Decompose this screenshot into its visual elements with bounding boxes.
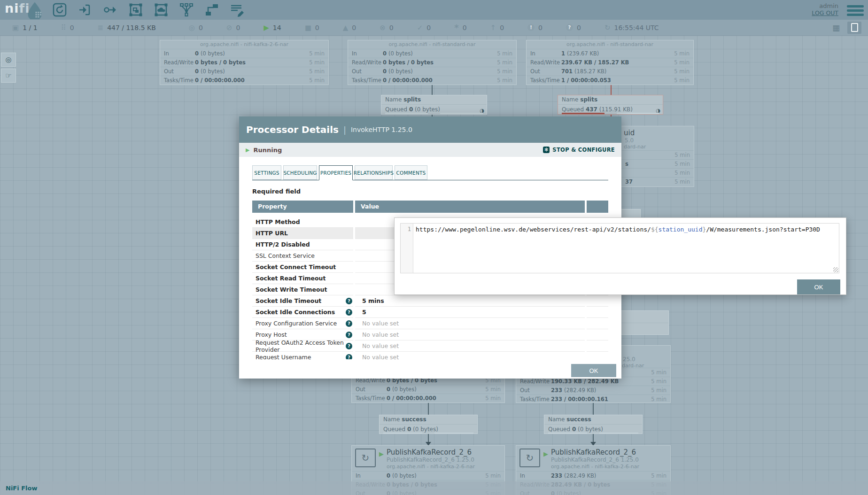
dialog-ok-button[interactable]: OK — [571, 364, 616, 377]
dialog-subtitle: InvokeHTTP 1.25.0 — [351, 126, 412, 133]
help-icon: ? — [346, 298, 352, 304]
status-port: ⠿0 — [61, 23, 74, 32]
connection-line — [593, 403, 594, 415]
nifi-logo: nifi — [5, 1, 30, 15]
status-disabled: ⊗0 — [380, 23, 394, 32]
queued-icon: ≣ — [98, 23, 104, 32]
processor-mid-left[interactable]: Read/Write0 bytes / 0 bytes5 min Out0(0 … — [351, 375, 505, 403]
exclamation-icon: ! — [527, 24, 535, 31]
transmitting-icon: ◎ — [189, 23, 195, 32]
process-group-tool-icon[interactable] — [128, 2, 144, 18]
connection-line — [428, 403, 429, 415]
stat-row: Read/Write239.67 KB / 185.27 KB5 min — [527, 58, 693, 67]
stat-row: Tasks/Time1 / 00:00:00.0535 min — [527, 76, 693, 85]
output-port-tool-icon[interactable] — [102, 2, 118, 18]
refresh-status[interactable]: ↻16:55:44 UTC — [604, 23, 659, 32]
processor-tool-icon[interactable] — [52, 2, 68, 18]
required-field-note: Required field — [252, 188, 608, 195]
stopped-icon: ■ — [305, 23, 311, 32]
remote-process-group-tool-icon[interactable] — [153, 2, 169, 18]
connection-line — [428, 434, 429, 442]
connection-label-success-right[interactable]: Name success Queued 0 (0 bytes) — [544, 415, 643, 434]
port-grid-icon: ⠿ — [61, 23, 66, 32]
processor-standard-top-right[interactable]: org.apache.nifi - nifi-standard-nar In1(… — [526, 40, 694, 85]
running-status-icon: ▶ — [246, 147, 249, 153]
template-tool-icon[interactable] — [204, 2, 220, 18]
help-icon: ? — [346, 343, 352, 349]
running-icon: ▶ — [379, 450, 384, 457]
stale-icon: ↑ — [490, 23, 496, 32]
bulletin-board-icon[interactable] — [847, 22, 861, 34]
property-row[interactable]: Request Username?No value set — [252, 352, 608, 359]
nifi-app: org.apache.nifi - nifi-kafka-2-6-nar In0… — [0, 0, 868, 495]
help-icon: ? — [346, 332, 352, 338]
not-transmitting-icon: ⊘ — [226, 23, 232, 32]
property-row[interactable]: Proxy Configuration Service?No value set — [252, 318, 608, 329]
status-cluster: ▣1 / 1 — [12, 23, 38, 32]
connection-label-success-left[interactable]: Name success Queued 0 (0 bytes) — [379, 415, 478, 434]
dialog-title: Processor Details — [246, 124, 339, 135]
cluster-icon: ▣ — [12, 23, 19, 32]
help-icon: ? — [346, 320, 352, 327]
global-menu-icon[interactable] — [847, 5, 864, 18]
processor-standard-top[interactable]: org.apache.nifi - nifi-standard-nar In0(… — [348, 40, 517, 85]
birdseye-icon: ◎ — [5, 55, 11, 64]
connection-label-splits-left[interactable]: Name splits Queued 0 (0 bytes) ◑ — [381, 95, 487, 115]
question-icon: ? — [566, 24, 573, 31]
app-header: nifi admin LOG OUT — [0, 0, 868, 20]
connection-label-splits-right[interactable]: Name splits Queued 437 (115.91 KB) ◑ — [558, 95, 663, 115]
dialog-header: Processor Details | InvokeHTTP 1.25.0 — [239, 116, 621, 143]
grid-view-icon[interactable]: ▦ — [832, 23, 840, 32]
percent-icon: ◑ — [480, 106, 484, 116]
status-stale: ↑0 — [490, 23, 504, 32]
editor-ok-button[interactable]: OK — [797, 279, 840, 294]
tab-properties[interactable]: PROPERTIES — [319, 165, 353, 180]
operate-palette-button[interactable]: ☞ — [1, 69, 16, 83]
stat-row: In1(239.67 KB)5 min — [527, 49, 693, 58]
status-transmitting: ◎0 — [189, 23, 203, 32]
status-locally-modified-stale: !0 — [527, 24, 542, 31]
property-value-editor: 1 https://www.pegelonline.wsv.de/webserv… — [394, 217, 846, 295]
property-row[interactable]: Request OAuth2 Access Token Provider?No … — [252, 340, 608, 352]
invalid-icon: ▲ — [343, 23, 349, 32]
resize-handle[interactable] — [833, 267, 838, 272]
help-icon: ? — [346, 309, 352, 316]
running-status-label: Running — [253, 147, 282, 154]
locally-modified-icon: * — [454, 23, 458, 32]
stat-row: Read/Write0 bytes / 0 bytes5 min — [348, 58, 516, 67]
running-icon: ▶ — [264, 23, 269, 32]
tab-scheduling[interactable]: SCHEDULING — [283, 165, 317, 180]
running-icon: ▶ — [543, 450, 548, 457]
processor-obscured-right[interactable]: uid 5.0 dard-nar 5 min s5 min 5 min 375 … — [621, 126, 694, 187]
property-row[interactable]: Socket Idle Connections?5 — [252, 307, 608, 318]
connection-line-red — [611, 84, 612, 95]
value-code-editor[interactable]: 1 https://www.pegelonline.wsv.de/webserv… — [400, 223, 839, 273]
stop-configure-gear-icon: ✻ — [543, 147, 550, 153]
input-port-tool-icon[interactable] — [77, 2, 93, 18]
logout-link[interactable]: LOG OUT — [812, 9, 838, 16]
http-url-value[interactable]: https://www.pegelonline.wsv.de/webservic… — [413, 224, 820, 273]
percent-icon: ◑ — [656, 106, 660, 116]
stat-row: Tasks/Time0 / 00:00:00.0005 min — [348, 76, 516, 85]
navigate-palette-button[interactable]: ◎ — [1, 53, 16, 67]
status-sync-failure: ?0 — [566, 24, 581, 31]
line-number: 1 — [401, 224, 413, 273]
tab-settings[interactable]: SETTINGS — [252, 165, 281, 180]
up-to-date-icon: ✓ — [417, 23, 423, 32]
property-row[interactable]: Socket Idle Timeout?5 mins — [252, 295, 608, 307]
status-queued: ≣447 / 118.5 KB — [98, 23, 156, 32]
stop-and-configure-button[interactable]: ✻ STOP & CONFIGURE — [543, 147, 615, 153]
status-invalid: ▲0 — [343, 23, 356, 32]
disabled-icon: ⊗ — [380, 23, 386, 32]
stat-row: Out701(185.27 KB)5 min — [527, 67, 693, 76]
stat-row: Out0(0 bytes)5 min — [160, 67, 328, 76]
tab-comments[interactable]: COMMENTS — [395, 165, 427, 180]
processor-kafka-top[interactable]: org.apache.nifi - nifi-kafka-2-6-nar In0… — [160, 40, 329, 85]
funnel-tool-icon[interactable] — [178, 2, 194, 18]
label-tool-icon[interactable] — [229, 2, 245, 18]
status-bar: ▣1 / 1 ⠿0 ≣447 / 118.5 KB ◎0 ⊘0 ▶14 ■0 ▲… — [0, 20, 868, 36]
breadcrumb[interactable]: NiFi Flow — [0, 481, 868, 495]
stat-row: Out0(0 bytes)5 min — [348, 67, 516, 76]
tab-relationships[interactable]: RELATIONSHIPS — [355, 165, 393, 180]
connection-line — [432, 84, 433, 95]
